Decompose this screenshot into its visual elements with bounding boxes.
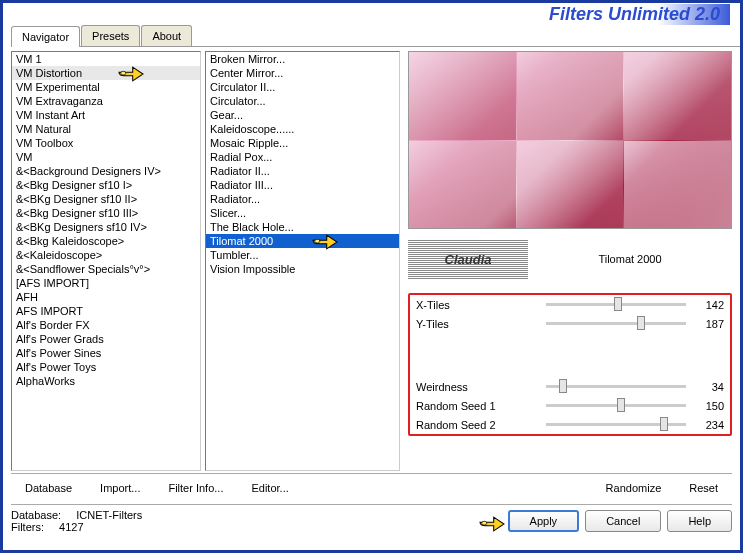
current-filter-name: Tilomat 2000 [528,253,732,265]
database-value: ICNET-Filters [76,509,142,521]
filter-item[interactable]: Broken Mirror... [206,52,399,66]
tab-navigator[interactable]: Navigator [11,26,80,47]
param-slider[interactable] [546,385,686,388]
param-value: 150 [694,400,724,412]
randomize-button[interactable]: Randomize [592,480,676,496]
param-slider[interactable] [546,423,686,426]
slider-thumb[interactable] [660,417,668,431]
filter-item[interactable]: Kaleidoscope...... [206,122,399,136]
window-title: Filters Unlimited 2.0 [549,4,730,25]
param-row: Random Seed 1150 [410,396,730,415]
filter-item[interactable]: Radial Pox... [206,150,399,164]
slider-thumb[interactable] [559,379,567,393]
apply-button[interactable]: Apply [508,510,580,532]
param-slider[interactable] [546,322,686,325]
category-item[interactable]: AFH [12,290,200,304]
category-item[interactable]: VM Distortion [12,66,200,80]
param-row: X-Tiles142 [410,295,730,314]
filter-item[interactable]: Gear... [206,108,399,122]
category-item[interactable]: &<Background Designers IV> [12,164,200,178]
param-label: Weirdness [416,381,546,393]
category-item[interactable]: VM 1 [12,52,200,66]
param-label: Random Seed 2 [416,419,546,431]
filter-item[interactable]: Center Mirror... [206,66,399,80]
slider-thumb[interactable] [637,316,645,330]
filter-item[interactable]: Circulator II... [206,80,399,94]
import-button[interactable]: Import... [86,480,154,496]
category-item[interactable]: VM Natural [12,122,200,136]
param-value: 187 [694,318,724,330]
filter-item[interactable]: Radiator III... [206,178,399,192]
param-value: 234 [694,419,724,431]
filter-item[interactable]: Slicer... [206,206,399,220]
pointer-hand-icon [478,512,506,536]
category-item[interactable]: &<Sandflower Specials°v°> [12,262,200,276]
category-item[interactable]: VM Toolbox [12,136,200,150]
param-label: X-Tiles [416,299,546,311]
tab-presets[interactable]: Presets [81,25,140,46]
filter-item[interactable]: Mosaic Ripple... [206,136,399,150]
category-item[interactable]: &<BKg Designers sf10 IV> [12,220,200,234]
tab-strip: NavigatorPresetsAbout [11,25,740,47]
param-value: 34 [694,381,724,393]
filter-item[interactable]: Radiator II... [206,164,399,178]
param-row: Y-Tiles187 [410,314,730,333]
category-item[interactable]: VM Experimental [12,80,200,94]
param-slider[interactable] [546,303,686,306]
brand-logo: Claudia [408,239,528,279]
category-item[interactable]: Alf's Power Grads [12,332,200,346]
filter-item[interactable]: Tumbler... [206,248,399,262]
category-item[interactable]: Alf's Power Toys [12,360,200,374]
reset-button[interactable]: Reset [675,480,732,496]
category-item[interactable]: AFS IMPORT [12,304,200,318]
category-item[interactable]: Alf's Border FX [12,318,200,332]
parameter-panel: X-Tiles142Y-Tiles187 Weirdness34Random S… [408,293,732,436]
toolbar-bottom: Database Import... Filter Info... Editor… [11,473,732,502]
category-item[interactable]: &<Bkg Designer sf10 I> [12,178,200,192]
tab-about[interactable]: About [141,25,192,46]
param-value: 142 [694,299,724,311]
filter-info-button[interactable]: Filter Info... [154,480,237,496]
help-button[interactable]: Help [667,510,732,532]
filter-list[interactable]: Broken Mirror...Center Mirror...Circulat… [205,51,400,471]
category-item[interactable]: VM Extravaganza [12,94,200,108]
editor-button[interactable]: Editor... [237,480,302,496]
slider-thumb[interactable] [614,297,622,311]
database-button[interactable]: Database [11,480,86,496]
preview-image [408,51,732,229]
category-item[interactable]: &<Bkg Kaleidoscope> [12,234,200,248]
param-label: Y-Tiles [416,318,546,330]
category-item[interactable]: &<Kaleidoscope> [12,248,200,262]
slider-thumb[interactable] [617,398,625,412]
filter-item[interactable]: The Black Hole... [206,220,399,234]
filter-item[interactable]: Vision Impossible [206,262,399,276]
category-item[interactable]: AlphaWorks [12,374,200,388]
filters-count-label: Filters: [11,521,44,533]
category-item[interactable]: &<BKg Designer sf10 II> [12,192,200,206]
filter-item[interactable]: Circulator... [206,94,399,108]
category-list[interactable]: VM 1VM DistortionVM ExperimentalVM Extra… [11,51,201,471]
category-item[interactable]: &<Bkg Designer sf10 III> [12,206,200,220]
category-item[interactable]: Alf's Power Sines [12,346,200,360]
cancel-button[interactable]: Cancel [585,510,661,532]
category-item[interactable]: VM Instant Art [12,108,200,122]
param-row: Random Seed 2234 [410,415,730,434]
filters-count-value: 4127 [59,521,83,533]
param-label: Random Seed 1 [416,400,546,412]
param-row: Weirdness34 [410,377,730,396]
category-item[interactable]: VM [12,150,200,164]
database-label: Database: [11,509,61,521]
param-slider[interactable] [546,404,686,407]
category-item[interactable]: [AFS IMPORT] [12,276,200,290]
filter-item[interactable]: Radiator... [206,192,399,206]
filter-item[interactable]: Tilomat 2000 [206,234,399,248]
